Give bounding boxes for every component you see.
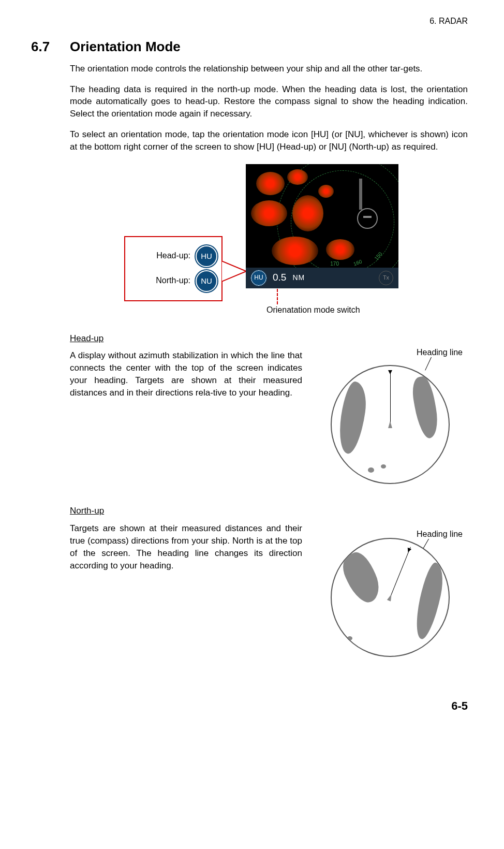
svg-marker-0 [221, 261, 246, 282]
range-value: 0.5 [273, 271, 286, 285]
subheading-northup: North-up [70, 505, 468, 517]
northup-description: Targets are shown at their measured dist… [70, 522, 302, 657]
headup-description: A display without azimuth stabilization … [70, 349, 302, 484]
tx-button[interactable]: Tx [379, 271, 393, 285]
section-title: Orientation Mode [70, 37, 181, 56]
headup-heading-line-label: Heading line [417, 347, 463, 358]
paragraph-intro: The orientation mode controls the relati… [70, 63, 468, 75]
chapter-header: 6. RADAR [31, 16, 468, 27]
legend-northup-label: North-up: [156, 275, 190, 286]
annotation-orientation-switch: Orienatation mode switch [266, 304, 360, 316]
section-heading: 6.7 Orientation Mode [31, 37, 468, 56]
orientation-mode-button[interactable]: HU [251, 270, 266, 286]
headup-figure: Heading line [313, 349, 468, 484]
radar-status-bar: HU 0.5 NM Tx [246, 268, 398, 288]
nu-badge-icon: NU [196, 270, 217, 292]
subheading-headup: Head-up [70, 332, 468, 345]
northup-heading-line-label: Heading line [417, 529, 463, 540]
radar-screenshot: 150 160 170 HU 0.5 NM Tx [246, 164, 398, 288]
section-number: 6.7 [31, 37, 70, 56]
annotation-leader-icon [277, 289, 278, 304]
northup-figure: Heading line [313, 522, 468, 657]
legend-headup-label: Head-up: [156, 250, 190, 261]
paragraph-heading-data: The heading data is required in the nort… [70, 83, 468, 120]
legend-box: Head-up: HU North-up: NU [124, 236, 223, 301]
paragraph-instruction: To select an orientation mode, tap the o… [70, 128, 468, 153]
callout-pointer-icon [221, 261, 247, 287]
range-unit: NM [292, 273, 305, 283]
figure-orientation-switch: Head-up: HU North-up: NU [70, 162, 468, 322]
bearing-tick-170: 170 [330, 260, 339, 268]
page-number: 6-5 [31, 698, 468, 714]
hu-badge-icon: HU [196, 245, 217, 267]
